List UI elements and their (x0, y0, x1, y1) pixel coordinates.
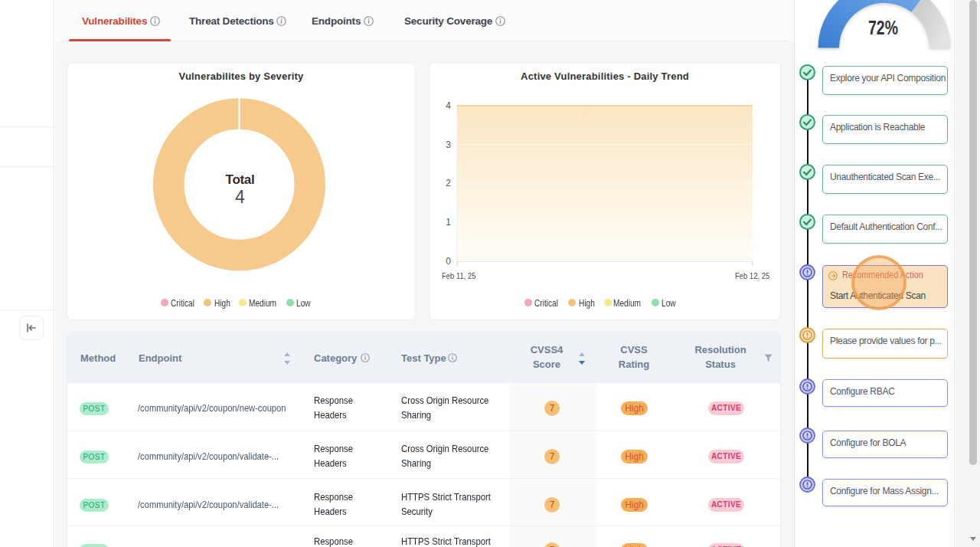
svg-text:72%: 72% (868, 17, 898, 38)
